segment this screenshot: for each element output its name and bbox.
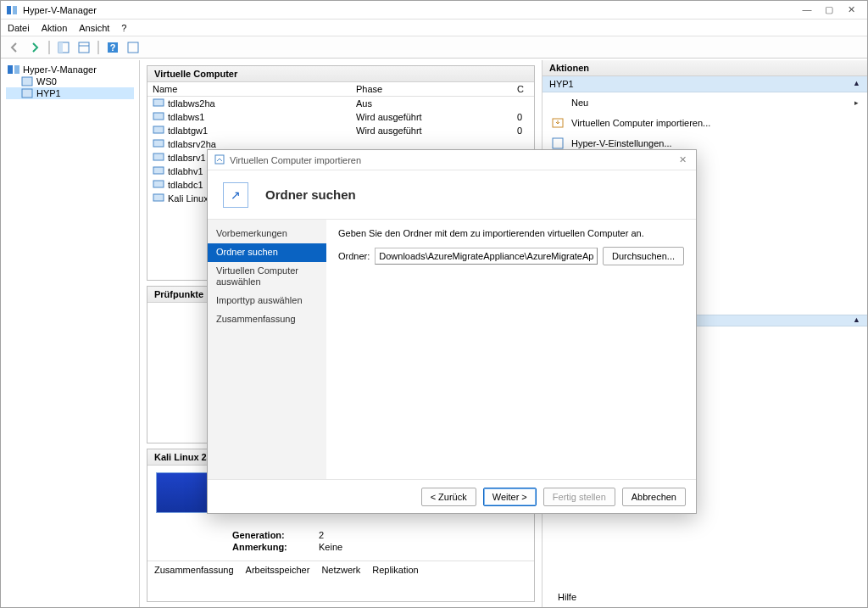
svg-rect-22	[553, 138, 563, 148]
svg-rect-19	[153, 181, 164, 187]
vm-cpu	[512, 102, 527, 105]
dialog-body: Vorbemerkungen Ordner suchen Virtuellen …	[208, 220, 696, 479]
menu-ansicht[interactable]: Ansicht	[79, 23, 109, 33]
action-new-label: Neu	[571, 98, 588, 108]
tab-summary[interactable]: Zusammenfassung	[154, 565, 234, 575]
dialog-footer: < Zurück Weiter > Fertig stellen Abbrech…	[208, 479, 696, 513]
generation-value: 2	[319, 530, 324, 540]
vm-name: tdlabsrv1	[168, 153, 206, 163]
dialog-titlebar: Virtuellen Computer importieren ✕	[208, 150, 696, 170]
wizard-step-type[interactable]: Importtyp auswählen	[208, 292, 326, 310]
next-button[interactable]: Weiter >	[483, 488, 537, 506]
vm-row[interactable]: tdlabtgw1Wird ausgeführt0	[147, 124, 534, 137]
folder-row: Ordner: Durchsuchen...	[338, 247, 684, 265]
tree-root[interactable]: Hyper-V-Manager	[6, 64, 134, 75]
forward-button[interactable]	[26, 39, 43, 56]
hyperv-icon	[8, 64, 19, 75]
maximize-button[interactable]: ▢	[823, 4, 835, 15]
show-hide-tree-button[interactable]	[55, 39, 72, 56]
vm-table-header: Name Phase C	[147, 82, 534, 97]
toolbar: ?	[1, 36, 867, 59]
titlebar: Hyper-V-Manager — ▢ ✕	[1, 1, 867, 20]
scope-tree: Hyper-V-Manager WS0 HYP1	[1, 60, 140, 607]
tab-replication[interactable]: Replikation	[372, 565, 418, 575]
vm-icon	[153, 166, 164, 176]
wizard-step-locate[interactable]: Ordner suchen	[208, 243, 326, 262]
dialog-close-button[interactable]: ✕	[676, 154, 689, 165]
tree-ws0-label: WS0	[36, 76, 57, 86]
svg-rect-13	[153, 99, 164, 106]
svg-rect-12	[22, 89, 32, 98]
dialog-title: Virtuellen Computer importieren	[230, 155, 670, 165]
menu-aktion[interactable]: Aktion	[42, 23, 68, 33]
minimize-button[interactable]: —	[801, 4, 813, 15]
vm-list-header: Virtuelle Computer	[147, 66, 534, 82]
new-icon	[551, 96, 565, 109]
tree-host-ws0[interactable]: WS0	[6, 75, 134, 87]
hyperv-app-icon	[6, 4, 18, 16]
menubar: Datei Aktion Ansicht ?	[1, 20, 867, 36]
wizard-step-summary[interactable]: Zusammenfassung	[208, 310, 326, 329]
collapse-icon[interactable]: ▲	[853, 315, 860, 326]
window-controls: — ▢ ✕	[801, 4, 862, 15]
action-settings-label: Hyper-V-Einstellungen...	[571, 138, 672, 148]
dialog-title-icon	[214, 154, 225, 166]
action-import-vm[interactable]: Virtuellen Computer importieren...	[542, 113, 867, 133]
tab-memory[interactable]: Arbeitsspeicher	[246, 565, 310, 575]
vm-row[interactable]: tdlabws2haAus	[147, 97, 534, 110]
svg-rect-1	[13, 6, 17, 14]
note-label: Anmerkung:	[232, 542, 309, 552]
back-button[interactable]: < Zurück	[421, 488, 476, 506]
properties-button[interactable]	[75, 39, 92, 56]
kv-note: Anmerkung: Keine	[232, 542, 526, 552]
folder-label: Ordner:	[338, 251, 370, 261]
folder-input[interactable]	[375, 248, 598, 265]
back-button[interactable]	[6, 39, 23, 56]
svg-rect-4	[79, 42, 89, 53]
settings-icon	[551, 137, 565, 150]
action-help-label: Hilfe	[558, 592, 576, 602]
svg-rect-10	[14, 65, 19, 74]
actions-header: Aktionen	[542, 60, 867, 76]
col-phase[interactable]: Phase	[351, 82, 512, 96]
vm-thumbnail	[156, 472, 209, 513]
menu-help[interactable]: ?	[121, 23, 126, 33]
col-cpu[interactable]: C	[512, 82, 527, 96]
server-icon	[21, 76, 33, 86]
vm-row[interactable]: tdlabws1Wird ausgeführt0	[147, 110, 534, 124]
menu-datei[interactable]: Datei	[8, 23, 30, 33]
vm-cpu: 0	[512, 110, 527, 124]
vm-name: tdlabws2ha	[168, 98, 215, 109]
close-button[interactable]: ✕	[845, 4, 857, 15]
vm-cpu	[512, 142, 527, 146]
finish-button[interactable]: Fertig stellen	[543, 488, 615, 506]
vm-phase	[351, 142, 512, 146]
wizard-step-pre[interactable]: Vorbemerkungen	[208, 225, 326, 243]
import-wizard-dialog: Virtuellen Computer importieren ✕ ↗ Ordn…	[207, 149, 697, 514]
tree-host-hyp1[interactable]: HYP1	[6, 87, 134, 99]
svg-rect-17	[153, 153, 164, 160]
wizard-step-icon: ↗	[223, 182, 248, 208]
svg-rect-16	[153, 140, 164, 147]
browse-button[interactable]: Durchsuchen...	[603, 247, 684, 265]
svg-rect-3	[58, 42, 63, 53]
tab-network[interactable]: Netzwerk	[321, 565, 360, 575]
col-name[interactable]: Name	[147, 82, 351, 96]
details-tabbar: Zusammenfassung Arbeitsspeicher Netzwerk…	[147, 561, 534, 578]
action-new[interactable]: Neu	[542, 92, 867, 113]
tree-hyp1-label: HYP1	[36, 88, 61, 98]
action-help[interactable]: ? Hilfe	[542, 587, 867, 607]
cancel-button[interactable]: Abbrechen	[622, 488, 686, 506]
collapse-icon[interactable]: ▲	[853, 79, 860, 89]
help-button[interactable]: ?	[104, 39, 121, 56]
vm-cpu: 0	[512, 124, 527, 137]
vm-icon	[153, 180, 164, 190]
note-value: Keine	[319, 542, 342, 552]
kv-generation: Generation: 2	[232, 530, 526, 540]
svg-rect-9	[8, 65, 13, 74]
wizard-step-select[interactable]: Virtuellen Computer auswählen	[208, 262, 326, 293]
svg-text:?: ?	[110, 42, 116, 53]
refresh-button[interactable]	[125, 39, 142, 56]
svg-rect-11	[22, 77, 32, 86]
vm-phase: Aus	[351, 97, 512, 110]
